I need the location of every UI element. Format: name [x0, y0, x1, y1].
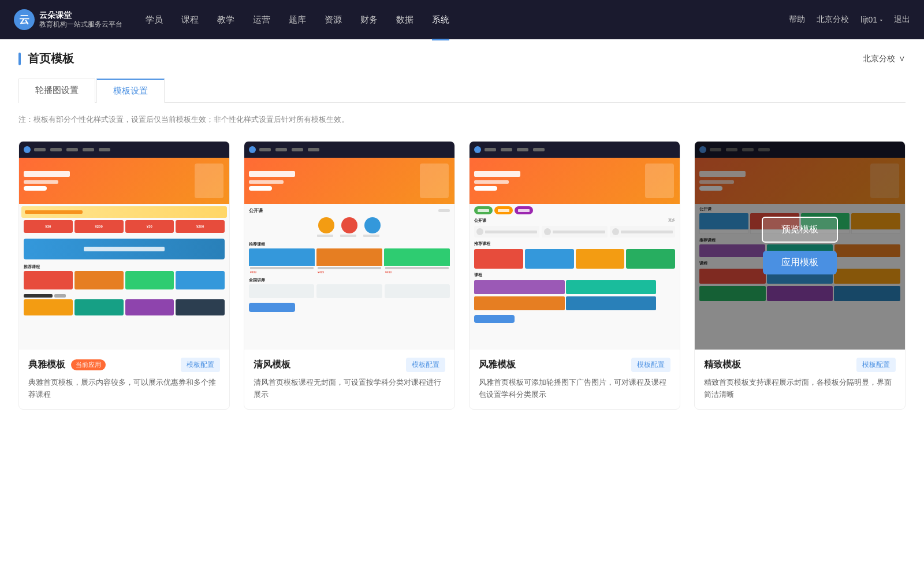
- mini-header-3: [470, 142, 680, 158]
- mini-banner-text-1: [25, 210, 83, 214]
- tabs-container: 轮播图设置 模板设置: [18, 78, 906, 103]
- nav-system[interactable]: 系统: [432, 12, 449, 28]
- branch-selector[interactable]: 北京分校 ∨: [863, 54, 906, 64]
- template-desc-elegant: 典雅首页模板，展示内容较多，可以展示优惠券和多个推荐课程: [28, 377, 220, 401]
- mini-section-courses-1: 推荐课程: [19, 262, 229, 271]
- template-name-row-light: 清风模板 模板配置: [254, 358, 445, 372]
- mini-site-2: 公开课: [244, 142, 454, 350]
- mini-hero-btn-1: [24, 186, 47, 191]
- nav-operations[interactable]: 运营: [253, 12, 270, 28]
- config-btn-elegant2[interactable]: 模板配置: [631, 358, 670, 372]
- template-name-row-refined: 精致模板 模板配置: [704, 358, 896, 372]
- template-preview-elegant2: 公开课 更多: [470, 142, 680, 350]
- config-btn-refined[interactable]: 模板配置: [856, 358, 896, 372]
- user-dropdown-arrow: ▾: [880, 17, 882, 23]
- mini-hero-2: [244, 158, 454, 204]
- nav-teaching[interactable]: 教学: [217, 12, 234, 28]
- mini-course-grid-3: [470, 279, 680, 311]
- mini-rec3: [470, 248, 680, 271]
- overlay-apply-btn[interactable]: 应用模板: [763, 251, 837, 274]
- mini-voucher-3: ¥30: [125, 220, 174, 233]
- config-btn-elegant[interactable]: 模板配置: [181, 358, 220, 372]
- template-desc-refined: 精致首页模板支持课程展示封面，各模板分隔明显，界面简洁清晰: [704, 377, 896, 401]
- page-title: 首页模板: [28, 51, 74, 66]
- mini-courses-colorful-1: [19, 271, 229, 292]
- mini-instructors-2: [244, 215, 454, 240]
- mini-vouchers-1: ¥30 ¥200 ¥30 ¥200: [19, 220, 229, 236]
- overlay-preview-btn[interactable]: 预览模板: [762, 217, 838, 243]
- page-title-bar: [18, 53, 21, 65]
- nav-data[interactable]: 数据: [396, 12, 413, 28]
- template-name-refined: 精致模板: [704, 359, 741, 371]
- mini-nav-item: [99, 148, 110, 151]
- tab-template[interactable]: 模板设置: [96, 79, 165, 103]
- mini-logo-dot-1: [24, 146, 31, 153]
- template-name-row-elegant: 典雅模板 当前应用 模板配置: [28, 358, 220, 372]
- mini-nav-1: [34, 148, 110, 151]
- navbar: 云 云朵课堂 教育机构一站式服务云平台 学员 课程 教学 运营 题库 资源 财务…: [0, 0, 924, 39]
- mini-nav-item: [83, 148, 94, 151]
- mini-site-1: ¥30 ¥200 ¥30 ¥200 推荐课程: [19, 142, 229, 350]
- logout-link[interactable]: 退出: [894, 14, 910, 25]
- mini-teachers-2: [244, 284, 454, 300]
- logo-text: 云朵课堂 教育机构一站式服务云平台: [39, 10, 122, 29]
- mini-hero-text-1: [24, 171, 144, 191]
- template-desc-light: 清风首页模板课程无封面，可设置按学科分类对课程进行展示: [254, 377, 445, 401]
- note-text: 注：模板有部分个性化样式设置，设置后仅当前模板生效；非个性化样式设置后针对所有模…: [18, 114, 906, 125]
- mini-nav-2: [259, 148, 319, 151]
- logo[interactable]: 云 云朵课堂 教育机构一站式服务云平台: [14, 9, 122, 30]
- page-container: 首页模板 北京分校 ∨ 轮播图设置 模板设置 注：模板有部分个性化样式设置，设置…: [0, 39, 924, 572]
- template-card-elegant: ¥30 ¥200 ¥30 ¥200 推荐课程: [18, 141, 230, 410]
- mini-site-3: 公开课 更多: [470, 142, 680, 350]
- branch-link[interactable]: 北京分校: [817, 14, 849, 25]
- template-preview-elegant: ¥30 ¥200 ¥30 ¥200 推荐课程: [19, 142, 229, 350]
- mini-voucher-2: ¥200: [74, 220, 124, 233]
- tab-carousel[interactable]: 轮播图设置: [18, 79, 95, 103]
- mini-nav-item: [34, 148, 46, 151]
- mini-nav-item: [66, 148, 78, 151]
- mini-logo-dot-3: [474, 146, 481, 153]
- nav-students[interactable]: 学员: [146, 12, 163, 28]
- template-card-light: 公开课: [244, 141, 455, 410]
- username: lijt01: [860, 15, 877, 24]
- page-title-wrapper: 首页模板: [18, 51, 74, 66]
- template-name-elegant2: 风雅模板: [479, 359, 516, 371]
- mini-rec-courses-2: ¥499 ¥499: [244, 248, 454, 276]
- mini-public-header-2: 公开课: [244, 204, 454, 215]
- mini-nav-item: [50, 148, 62, 151]
- user-dropdown[interactable]: lijt01 ▾: [860, 15, 882, 24]
- mini-hero-1: [19, 158, 229, 204]
- mini-voucher-4: ¥200: [176, 220, 225, 233]
- config-btn-light[interactable]: 模板配置: [406, 358, 445, 372]
- mini-header-2: [244, 142, 454, 158]
- nav-courses[interactable]: 课程: [181, 12, 199, 28]
- mini-header-1: [19, 142, 229, 158]
- current-badge-elegant: 当前应用: [71, 359, 106, 370]
- help-link[interactable]: 帮助: [789, 14, 805, 25]
- template-name-light: 清风模板: [254, 359, 290, 371]
- page-header: 首页模板 北京分校 ∨: [18, 51, 906, 66]
- template-desc-elegant2: 风雅首页模板可添加轮播图下广告图片，可对课程及课程包设置学科分类展示: [479, 377, 670, 401]
- mini-big-banner-1: [24, 239, 225, 259]
- template-preview-refined: 预览模板 应用模板: [695, 142, 905, 350]
- template-info-light: 清风模板 模板配置 清风首页模板课程无封面，可设置按学科分类对课程进行展示: [244, 350, 454, 409]
- template-info-refined: 精致模板 模板配置 精致首页模板支持课程展示封面，各模板分隔明显，界面简洁清晰: [695, 350, 905, 409]
- template-overlay-refined: 预览模板 应用模板: [695, 142, 905, 350]
- nav-resources[interactable]: 资源: [325, 12, 342, 28]
- logo-icon: 云: [14, 9, 35, 30]
- nav-questions[interactable]: 题库: [289, 12, 306, 28]
- branch-selector-label: 北京分校: [863, 54, 895, 64]
- nav-finance[interactable]: 财务: [360, 12, 378, 28]
- template-name-row-elegant2: 风雅模板 模板配置: [479, 358, 670, 372]
- mini-course-stats-3: [470, 225, 680, 240]
- branch-selector-arrow: ∨: [899, 54, 906, 64]
- template-preview-light: 公开课: [244, 142, 454, 350]
- template-info-elegant: 典雅模板 当前应用 模板配置 典雅首页模板，展示内容较多，可以展示优惠券和多个推…: [19, 350, 229, 409]
- mini-hero-title-1: [24, 171, 70, 177]
- template-card-elegant2: 公开课 更多: [469, 141, 680, 410]
- mini-hero-3: [470, 158, 680, 204]
- mini-hero-sub-1: [24, 180, 58, 184]
- mini-voucher-1: ¥30: [24, 220, 73, 233]
- mini-logo-dot-2: [249, 146, 256, 153]
- mini-job-edu-1: [19, 292, 229, 318]
